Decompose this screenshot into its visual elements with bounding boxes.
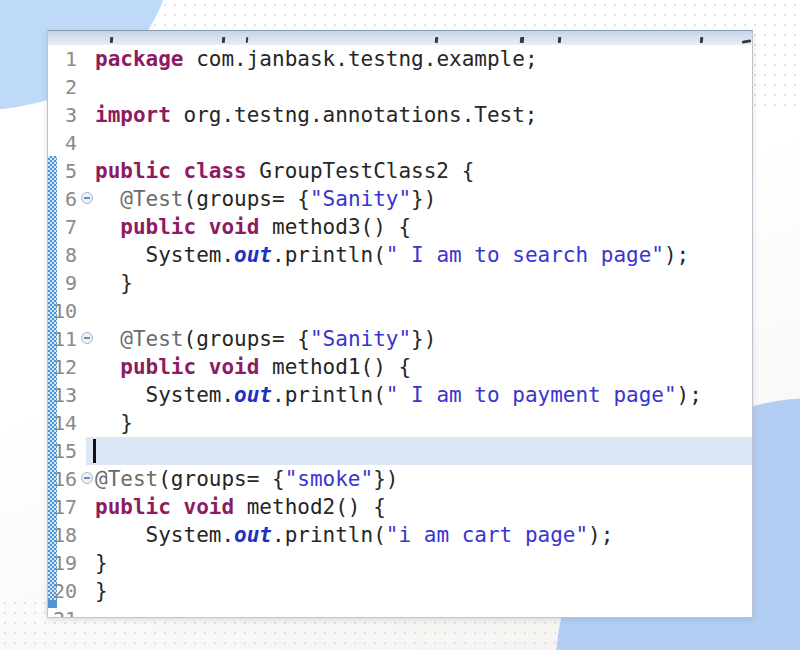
- fold-margin: [81, 297, 95, 325]
- fold-margin: [81, 353, 95, 381]
- line-number: 8: [48, 241, 81, 269]
- line-number: 12: [48, 353, 81, 381]
- code-segment-annotation: @Test: [120, 187, 183, 211]
- line-number: 13: [48, 381, 81, 409]
- code-line-18[interactable]: 18 System.out.println("i am cart page");: [48, 521, 752, 549]
- code-line-11[interactable]: 11 @Test(groups= {"Sanity"}): [48, 325, 752, 353]
- line-number: 16: [48, 465, 81, 493]
- code-segment-keyword: public class: [95, 159, 247, 183]
- code-segment-plain: (groups= {: [158, 467, 284, 491]
- code-segment-string: "smoke": [285, 467, 374, 491]
- code-text: }: [95, 577, 108, 605]
- code-segment-annotation: @Test: [95, 467, 158, 491]
- code-segment-annotation: @Test: [120, 327, 183, 351]
- code-segment-string: " I am to search page": [386, 243, 664, 267]
- line-number: 14: [48, 409, 81, 437]
- line-number: 19: [48, 549, 81, 577]
- clipped-text-strip: [48, 31, 752, 45]
- code-segment-plain: method2() {: [234, 495, 386, 519]
- code-line-15[interactable]: 15: [48, 437, 752, 465]
- line-number: 11: [48, 325, 81, 353]
- code-text: }: [95, 269, 133, 297]
- line-number: 6: [48, 185, 81, 213]
- line-number: 10: [48, 297, 81, 325]
- fold-margin: [81, 45, 95, 73]
- code-text: @Test(groups= {"Sanity"}): [95, 325, 436, 353]
- code-segment-plain: );: [588, 523, 613, 547]
- code-segment-plain: (groups= {: [184, 327, 310, 351]
- fold-margin: [81, 465, 95, 493]
- line-number: 21: [48, 605, 81, 617]
- code-line-6[interactable]: 6 @Test(groups= {"Sanity"}): [48, 185, 752, 213]
- code-line-20[interactable]: 20}: [48, 577, 752, 605]
- code-segment-string: "Sanity": [310, 327, 411, 351]
- code-segment-keyword: package: [95, 47, 184, 71]
- code-segment-string: "Sanity": [310, 187, 411, 211]
- fold-margin: [81, 577, 95, 605]
- code-line-19[interactable]: 19}: [48, 549, 752, 577]
- code-segment-plain: }: [95, 551, 108, 575]
- code-segment-plain: );: [677, 383, 702, 407]
- code-segment-plain: (groups= {: [184, 187, 310, 211]
- collapse-minus-icon[interactable]: [81, 192, 93, 204]
- code-segment-keyword: import: [95, 103, 171, 127]
- code-segment-plain: [95, 187, 120, 211]
- code-line-13[interactable]: 13 System.out.println(" I am to payment …: [48, 381, 752, 409]
- code-line-14[interactable]: 14 }: [48, 409, 752, 437]
- code-line-7[interactable]: 7 public void method3() {: [48, 213, 752, 241]
- code-area[interactable]: 1package com.janbask.testng.example;23im…: [48, 45, 752, 617]
- line-number: 9: [48, 269, 81, 297]
- code-segment-plain: org.testng.annotations.Test;: [171, 103, 538, 127]
- code-text: public void method1() {: [95, 353, 411, 381]
- line-number: 3: [48, 101, 81, 129]
- code-text: System.out.println("i am cart page");: [95, 521, 613, 549]
- code-text: }: [95, 409, 133, 437]
- code-line-4[interactable]: 4: [48, 129, 752, 157]
- code-line-21[interactable]: 21: [48, 605, 752, 617]
- code-segment-string: "i am cart page": [386, 523, 588, 547]
- fold-margin: [81, 381, 95, 409]
- code-line-5[interactable]: 5public class GroupTestClass2 {: [48, 157, 752, 185]
- code-line-3[interactable]: 3import org.testng.annotations.Test;: [48, 101, 752, 129]
- fold-margin: [81, 549, 95, 577]
- code-segment-plain: );: [664, 243, 689, 267]
- code-text: public void method2() {: [95, 493, 386, 521]
- fold-margin: [81, 521, 95, 549]
- line-number: 15: [48, 437, 81, 465]
- code-line-16[interactable]: 16@Test(groups= {"smoke"}): [48, 465, 752, 493]
- code-text: }: [95, 549, 108, 577]
- code-line-8[interactable]: 8 System.out.println(" I am to search pa…: [48, 241, 752, 269]
- fold-margin: [81, 241, 95, 269]
- line-number: 18: [48, 521, 81, 549]
- code-segment-plain: method3() {: [259, 215, 411, 239]
- collapse-minus-icon[interactable]: [81, 472, 93, 484]
- code-line-12[interactable]: 12 public void method1() {: [48, 353, 752, 381]
- fold-margin: [81, 73, 95, 101]
- code-text: public void method3() {: [95, 213, 411, 241]
- code-text: @Test(groups= {"smoke"}): [95, 465, 398, 493]
- code-text: System.out.println(" I am to search page…: [95, 241, 689, 269]
- code-segment-plain: [95, 355, 120, 379]
- code-segment-static-field: out: [234, 243, 272, 267]
- code-segment-plain: System.: [95, 383, 234, 407]
- fold-margin: [81, 101, 95, 129]
- code-segment-static-field: out: [234, 523, 272, 547]
- code-editor[interactable]: 1package com.janbask.testng.example;23im…: [47, 30, 753, 618]
- code-text: System.out.println(" I am to payment pag…: [95, 381, 702, 409]
- code-segment-plain: }: [95, 411, 133, 435]
- code-segment-keyword: public void: [120, 215, 259, 239]
- line-number: 7: [48, 213, 81, 241]
- code-line-1[interactable]: 1package com.janbask.testng.example;: [48, 45, 752, 73]
- code-segment-keyword: public void: [95, 495, 234, 519]
- code-line-10[interactable]: 10: [48, 297, 752, 325]
- code-line-2[interactable]: 2: [48, 73, 752, 101]
- fold-margin: [81, 213, 95, 241]
- code-segment-plain: method1() {: [259, 355, 411, 379]
- code-line-9[interactable]: 9 }: [48, 269, 752, 297]
- line-number: 2: [48, 73, 81, 101]
- fold-margin: [81, 157, 95, 185]
- code-line-17[interactable]: 17public void method2() {: [48, 493, 752, 521]
- fold-margin: [81, 409, 95, 437]
- collapse-minus-icon[interactable]: [81, 332, 93, 344]
- line-number: 20: [48, 577, 81, 605]
